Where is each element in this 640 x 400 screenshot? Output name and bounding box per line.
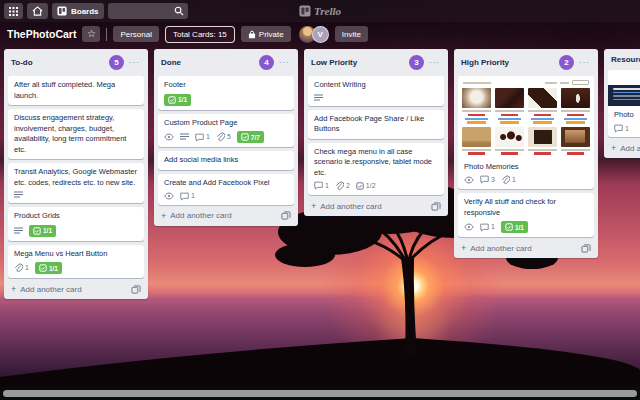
card-photo-memories[interactable]: Photo Memories 3 1	[458, 76, 594, 189]
plus-icon: +	[611, 143, 616, 153]
card-title: Custom Product Page	[164, 118, 288, 129]
card[interactable]: Verify All stuff and check for responsiv…	[458, 193, 594, 237]
add-card-button[interactable]: + Add another card	[608, 141, 640, 155]
list-header: High Priority 2 ···	[458, 53, 594, 76]
list-menu-button[interactable]: ···	[128, 58, 141, 67]
card-badges: 1 5 7/7	[164, 131, 288, 143]
trello-logo[interactable]: Trello	[299, 0, 341, 22]
boards-button-label: Boards	[71, 7, 99, 16]
boards-button[interactable]: Boards	[52, 3, 104, 19]
card-cover-product-grid	[458, 76, 594, 158]
list-header: To-do 5 ···	[8, 53, 144, 76]
product-thumb	[561, 88, 590, 124]
list-name[interactable]: Done	[161, 58, 255, 67]
card[interactable]: Content Writing	[308, 76, 444, 106]
comment-icon: 3	[480, 175, 495, 185]
list-todo: To-do 5 ··· After all stuff completed. M…	[4, 49, 148, 299]
visibility-label: Private	[259, 30, 284, 39]
card[interactable]: Add social media links	[158, 151, 294, 170]
apps-grid-button[interactable]	[4, 3, 23, 19]
add-card-button[interactable]: + Add another card	[458, 241, 594, 255]
avatar-initial: V	[318, 30, 323, 39]
list-name[interactable]: Resources	[611, 55, 640, 64]
add-card-button[interactable]: + Add another card	[308, 199, 444, 213]
invite-button-label: Invite	[342, 30, 361, 39]
list-menu-button[interactable]: ···	[428, 58, 441, 67]
list-name[interactable]: High Priority	[461, 58, 555, 67]
personal-button[interactable]: Personal	[113, 26, 159, 42]
description-icon	[14, 227, 23, 235]
visibility-button[interactable]: Private	[241, 26, 291, 42]
card[interactable]: Footer 1/1	[158, 76, 294, 110]
card[interactable]: After all stuff completed. Mega launch.	[8, 76, 144, 105]
search-input[interactable]	[108, 3, 188, 19]
card-title: Add Facebook Page Share / Like Buttons	[314, 114, 438, 135]
lock-icon	[248, 30, 256, 39]
add-card-button[interactable]: + Add another card	[158, 209, 294, 223]
comment-icon: 1	[195, 132, 210, 142]
invite-button[interactable]: Invite	[335, 26, 368, 42]
card-title: Photo Memories	[464, 162, 588, 173]
card-title: Footer	[164, 80, 288, 91]
card-title: Create and Add Facebook Pixel	[164, 178, 288, 189]
checklist-badge: 1/1	[501, 221, 528, 233]
member-avatar-v[interactable]: V	[312, 26, 329, 43]
list-low-priority: Low Priority 3 ··· Content Writing Add F…	[304, 49, 448, 216]
attachment-icon: 1	[14, 263, 29, 273]
board-canvas: To-do 5 ··· After all stuff completed. M…	[0, 46, 640, 299]
checklist-icon	[505, 223, 513, 231]
card[interactable]: Check mega menu in all case scenario ie.…	[308, 143, 444, 196]
product-thumb	[528, 127, 557, 155]
checklist-icon	[241, 133, 249, 141]
card[interactable]: Discuss engagement strategy, involvement…	[8, 109, 144, 159]
card-badges: 1 1/1	[14, 262, 138, 274]
card[interactable]: Photo 1	[608, 70, 640, 137]
card-badges	[314, 94, 438, 102]
card-title: Product Grids	[14, 211, 138, 222]
watch-icon	[164, 192, 174, 200]
card-template-icon[interactable]	[431, 202, 441, 211]
add-card-button[interactable]: + Add another card	[8, 282, 144, 296]
checklist-badge: 1/1	[35, 262, 62, 274]
checklist-icon	[168, 96, 176, 104]
card-title: After all stuff completed. Mega launch.	[14, 80, 138, 101]
comment-icon: 1	[314, 181, 329, 191]
card[interactable]: Product Grids 1/1	[8, 207, 144, 241]
card-template-icon[interactable]	[131, 285, 141, 294]
header-divider	[106, 28, 107, 41]
card-title: Transit Analytics, Google Webmaster etc.…	[14, 167, 138, 188]
card[interactable]: Add Facebook Page Share / Like Buttons	[308, 110, 444, 139]
home-button[interactable]	[27, 3, 48, 19]
boards-icon	[57, 6, 67, 16]
card-title: Content Writing	[314, 80, 438, 91]
card-template-icon[interactable]	[581, 244, 591, 253]
product-thumb	[495, 88, 524, 124]
plus-icon: +	[311, 201, 316, 211]
description-icon	[180, 133, 189, 141]
add-card-label: Add another card	[620, 144, 640, 153]
list-name[interactable]: Low Priority	[311, 58, 405, 67]
add-card-label: Add another card	[470, 244, 577, 253]
card[interactable]: Mega Menu vs Heart Button 1 1/1	[8, 245, 144, 279]
list-menu-button[interactable]: ···	[578, 58, 591, 67]
horizontal-scrollbar-thumb[interactable]	[3, 390, 637, 397]
card-badges: 1 2 1/2	[314, 181, 438, 191]
list-header: Resources	[608, 53, 640, 70]
card[interactable]: Create and Add Facebook Pixel 1	[158, 174, 294, 205]
plus-icon: +	[11, 284, 16, 294]
list-menu-button[interactable]: ···	[278, 58, 291, 67]
card[interactable]: Transit Analytics, Google Webmaster etc.…	[8, 163, 144, 203]
card[interactable]: Custom Product Page 1 5 7/7	[158, 114, 294, 148]
card-template-icon[interactable]	[281, 211, 291, 220]
star-board-button[interactable]: ☆	[82, 26, 100, 42]
personal-button-label: Personal	[120, 30, 152, 39]
description-icon	[14, 191, 23, 199]
card-count-badge: 2	[559, 55, 574, 70]
card-cover-website	[608, 70, 640, 106]
list-name[interactable]: To-do	[11, 58, 105, 67]
card-title: Mega Menu vs Heart Button	[14, 249, 138, 260]
search-icon	[174, 6, 184, 16]
card-badges: 3 1	[464, 175, 588, 185]
board-title: ThePhotoCart	[7, 28, 76, 40]
comment-icon: 1	[614, 124, 629, 134]
